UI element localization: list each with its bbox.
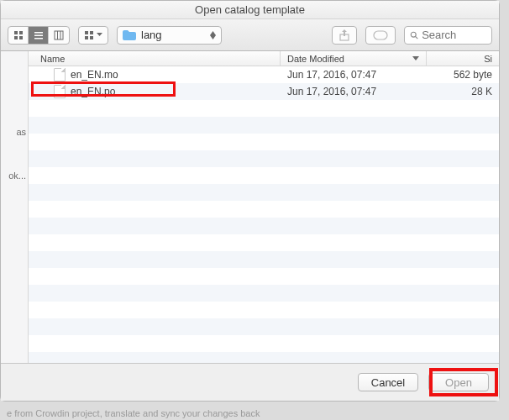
svg-rect-3 (19, 36, 23, 39)
arrange-button[interactable] (78, 26, 108, 45)
search-field[interactable] (404, 26, 492, 45)
file-row[interactable]: en_EN.po Jun 17, 2016, 07:47 28 K (29, 83, 499, 100)
svg-rect-2 (14, 36, 18, 39)
view-mode-segment[interactable] (8, 26, 70, 45)
sidebar-fragment: as (1, 110, 28, 154)
file-row[interactable]: en_EN.mo Jun 17, 2016, 07:47 562 byte (29, 66, 499, 83)
file-date: Jun 17, 2016, 07:47 (281, 69, 427, 81)
file-browser: Name Date Modified Si en_EN.mo Jun 17, 2… (29, 51, 499, 363)
search-input[interactable] (422, 29, 486, 41)
open-dialog: Open catalog template lang (0, 0, 500, 402)
column-size[interactable]: Si (427, 51, 499, 66)
tags-button[interactable] (365, 26, 396, 45)
svg-rect-12 (85, 36, 88, 39)
svg-rect-13 (90, 36, 93, 39)
file-icon (54, 68, 66, 81)
arrange-icon (84, 30, 94, 40)
search-icon (410, 30, 418, 40)
share-button[interactable] (332, 26, 357, 45)
chevron-down-icon (412, 56, 419, 60)
updown-icon (210, 31, 216, 39)
sidebar-fragment: ok... (1, 154, 28, 197)
toolbar: lang (1, 19, 499, 51)
dialog-footer: Cancel Open (1, 363, 499, 401)
svg-rect-10 (85, 31, 88, 34)
svg-rect-11 (90, 31, 93, 34)
column-name[interactable]: Name (29, 51, 281, 66)
sidebar: as ok... (1, 51, 29, 363)
file-name: en_EN.mo (71, 69, 118, 81)
svg-point-16 (411, 32, 416, 37)
tag-icon (373, 30, 388, 40)
column-headers: Name Date Modified Si (29, 51, 499, 66)
svg-rect-6 (34, 38, 43, 39)
chevron-down-icon (97, 33, 102, 37)
titlebar: Open catalog template (1, 1, 499, 19)
file-name: en_EN.po (71, 86, 115, 97)
background-text-fragment: e from Crowdin project, translate and sy… (7, 408, 260, 418)
svg-rect-4 (34, 32, 43, 34)
view-icon-grid-icon[interactable] (8, 27, 29, 44)
svg-rect-15 (374, 31, 387, 39)
view-list-icon[interactable] (29, 27, 49, 44)
file-size: 28 K (427, 86, 499, 97)
column-date-modified[interactable]: Date Modified (281, 51, 427, 66)
svg-rect-5 (34, 34, 43, 36)
file-date: Jun 17, 2016, 07:47 (281, 86, 427, 97)
view-columns-icon[interactable] (49, 27, 69, 44)
svg-rect-7 (55, 31, 63, 39)
share-icon (339, 29, 349, 41)
file-size: 562 byte (427, 69, 499, 81)
file-list: en_EN.mo Jun 17, 2016, 07:47 562 byte en… (29, 66, 499, 100)
open-button[interactable]: Open (428, 373, 489, 391)
window-title: Open catalog template (195, 3, 305, 16)
folder-path-button[interactable]: lang (117, 26, 222, 45)
svg-rect-1 (19, 31, 23, 34)
folder-icon (123, 30, 136, 40)
folder-name: lang (141, 29, 162, 41)
file-icon (54, 85, 66, 98)
file-list-bg (29, 66, 499, 363)
cancel-button[interactable]: Cancel (358, 373, 418, 391)
svg-rect-0 (14, 31, 18, 34)
svg-line-17 (416, 36, 418, 39)
